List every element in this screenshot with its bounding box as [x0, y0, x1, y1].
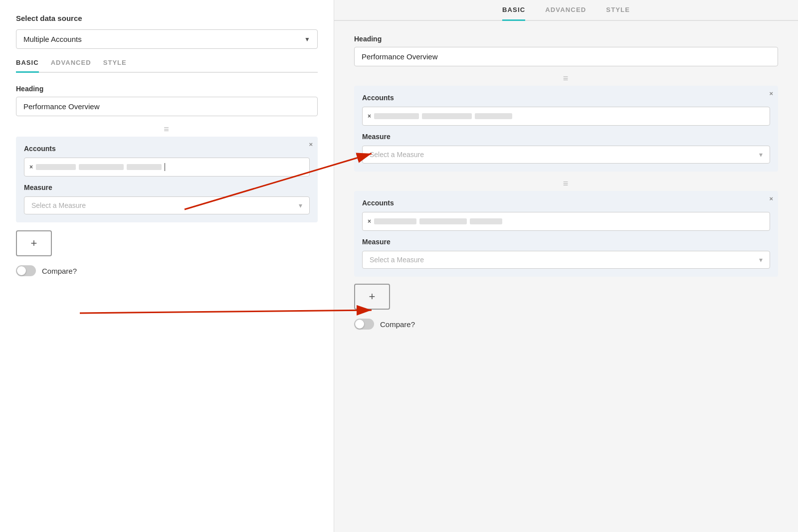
heading-label-right: Heading	[354, 35, 778, 43]
tab-advanced-right[interactable]: ADVANCED	[545, 6, 586, 21]
r-tag-value-1a	[374, 113, 419, 119]
compare-label-left: Compare?	[42, 267, 77, 275]
accounts-tag-input-2-right[interactable]: ×	[362, 212, 770, 231]
dropdown-arrow-icon: ▼	[304, 36, 310, 43]
tag-cursor-1	[165, 163, 165, 171]
left-tabs: BASIC ADVANCED STYLE	[16, 59, 318, 73]
toggle-knob-right	[355, 320, 364, 329]
heading-label-left: Heading	[16, 85, 318, 93]
measure-dropdown-arrow-1-right: ▾	[759, 151, 763, 159]
add-series-btn-right[interactable]: +	[354, 284, 390, 310]
r-tag-value-2c	[470, 218, 502, 224]
series-card-1-left: × Accounts × Measure Select a Measure ▾	[16, 137, 318, 222]
measure-dropdown-1-left[interactable]: Select a Measure ▾	[24, 196, 310, 214]
accounts-label-1-right: Accounts	[362, 94, 770, 102]
accounts-label-2-right: Accounts	[362, 199, 770, 207]
compare-toggle-left[interactable]	[16, 265, 36, 276]
measure-label-1-left: Measure	[24, 183, 310, 191]
accounts-tag-input-1-right[interactable]: ×	[362, 107, 770, 126]
add-icon-left: +	[31, 237, 37, 250]
toggle-knob-left	[17, 266, 26, 275]
series-card-1-right: × Accounts × Measure Select a Measure ▾	[354, 86, 778, 172]
compare-row-left: Compare?	[16, 265, 318, 276]
tag-value-1c	[127, 164, 162, 170]
r-tag-value-1b	[422, 113, 472, 119]
right-content: Heading ≡ × Accounts × Measure Select a …	[334, 21, 798, 344]
measure-placeholder-2-right: Select a Measure	[370, 256, 424, 264]
heading-input-left[interactable]	[16, 97, 318, 116]
compare-label-right: Compare?	[380, 320, 415, 329]
right-tabs-bar: BASIC ADVANCED STYLE	[334, 0, 798, 21]
drag-handle-right-2: ≡	[354, 178, 778, 189]
tab-style-left[interactable]: STYLE	[103, 59, 127, 73]
data-source-dropdown[interactable]: Multiple Accounts ▼	[16, 29, 318, 49]
r-tag-value-2b	[419, 218, 467, 224]
measure-dropdown-arrow-1-left: ▾	[299, 201, 302, 209]
r-tag-value-1c	[475, 113, 512, 119]
r-tag-value-2a	[374, 218, 416, 224]
measure-dropdown-2-right[interactable]: Select a Measure ▾	[362, 251, 770, 269]
tab-advanced-left[interactable]: ADVANCED	[51, 59, 91, 73]
series-close-btn-2-right[interactable]: ×	[769, 195, 773, 202]
heading-input-right[interactable]	[354, 47, 778, 66]
measure-label-2-right: Measure	[362, 238, 770, 246]
select-data-source-label: Select data source	[16, 14, 318, 22]
compare-row-right: Compare?	[354, 319, 778, 330]
tag-value-1a	[36, 164, 76, 170]
measure-dropdown-1-right[interactable]: Select a Measure ▾	[362, 146, 770, 164]
add-icon-right: +	[369, 290, 376, 303]
tab-basic-left[interactable]: BASIC	[16, 59, 39, 73]
measure-placeholder-1-right: Select a Measure	[370, 151, 424, 159]
add-series-btn-left[interactable]: +	[16, 230, 52, 256]
series-close-btn-1-left[interactable]: ×	[309, 141, 313, 148]
series-close-btn-1-right[interactable]: ×	[769, 90, 773, 97]
measure-placeholder-1-left: Select a Measure	[31, 201, 86, 209]
measure-dropdown-arrow-2-right: ▾	[759, 256, 763, 264]
drag-handle-right-1: ≡	[354, 73, 778, 84]
right-panel: BASIC ADVANCED STYLE Heading ≡ × Account…	[334, 0, 798, 532]
tab-basic-right[interactable]: BASIC	[502, 6, 525, 21]
accounts-label-1-left: Accounts	[24, 145, 310, 153]
tag-remove-icon-1-right[interactable]: ×	[368, 113, 371, 120]
left-panel: Select data source Multiple Accounts ▼ B…	[0, 0, 334, 532]
tag-value-1b	[79, 164, 124, 170]
measure-label-1-right: Measure	[362, 133, 770, 141]
tag-remove-icon-2-right[interactable]: ×	[368, 218, 371, 225]
drag-handle-left: ≡	[16, 124, 318, 135]
tag-remove-icon-1-left[interactable]: ×	[29, 164, 33, 171]
compare-toggle-right[interactable]	[354, 319, 374, 330]
series-card-2-right: × Accounts × Measure Select a Measure ▾	[354, 191, 778, 277]
tab-style-right[interactable]: STYLE	[606, 6, 630, 21]
accounts-tag-input-1-left[interactable]: ×	[24, 158, 310, 177]
data-source-value: Multiple Accounts	[23, 35, 82, 43]
